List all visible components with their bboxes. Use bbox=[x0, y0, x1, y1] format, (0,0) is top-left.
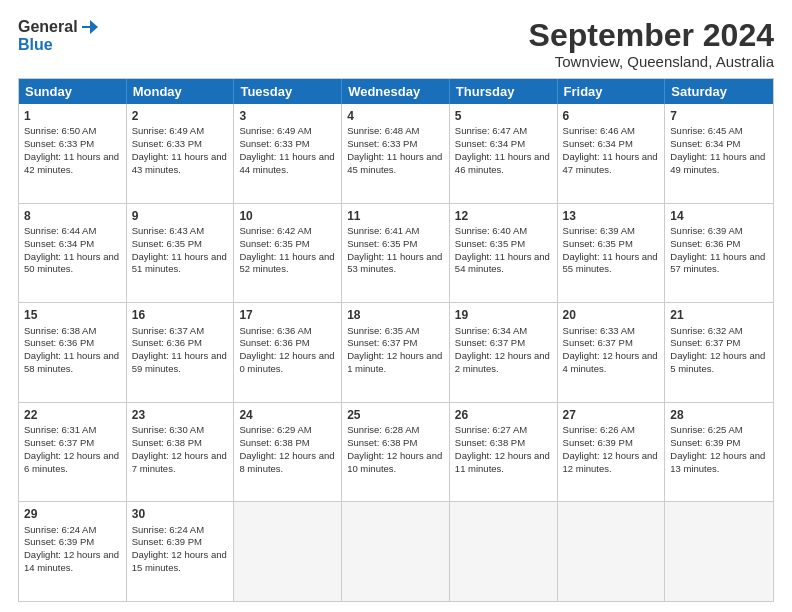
header-sunday: Sunday bbox=[19, 79, 127, 104]
day-number: 21 bbox=[670, 307, 768, 323]
sunrise-text: Sunrise: 6:50 AM bbox=[24, 125, 96, 136]
sunset-text: Sunset: 6:34 PM bbox=[563, 138, 633, 149]
daylight-text: Daylight: 12 hours and 4 minutes. bbox=[563, 350, 658, 374]
sunset-text: Sunset: 6:39 PM bbox=[563, 437, 633, 448]
sunset-text: Sunset: 6:39 PM bbox=[132, 536, 202, 547]
day-number: 11 bbox=[347, 208, 444, 224]
sunset-text: Sunset: 6:36 PM bbox=[239, 337, 309, 348]
day-number: 2 bbox=[132, 108, 229, 124]
sunset-text: Sunset: 6:34 PM bbox=[24, 238, 94, 249]
sunrise-text: Sunrise: 6:36 AM bbox=[239, 325, 311, 336]
week-row-1: 1 Sunrise: 6:50 AM Sunset: 6:33 PM Dayli… bbox=[19, 104, 773, 204]
day-number: 20 bbox=[563, 307, 660, 323]
cal-cell bbox=[342, 502, 450, 601]
sunset-text: Sunset: 6:35 PM bbox=[239, 238, 309, 249]
daylight-text: Daylight: 11 hours and 59 minutes. bbox=[132, 350, 227, 374]
sunset-text: Sunset: 6:33 PM bbox=[132, 138, 202, 149]
day-number: 28 bbox=[670, 407, 768, 423]
sunrise-text: Sunrise: 6:37 AM bbox=[132, 325, 204, 336]
sunrise-text: Sunrise: 6:40 AM bbox=[455, 225, 527, 236]
sunset-text: Sunset: 6:38 PM bbox=[132, 437, 202, 448]
sunrise-text: Sunrise: 6:26 AM bbox=[563, 424, 635, 435]
svg-marker-0 bbox=[82, 20, 98, 34]
week-row-4: 22 Sunrise: 6:31 AM Sunset: 6:37 PM Dayl… bbox=[19, 403, 773, 503]
sunrise-text: Sunrise: 6:49 AM bbox=[239, 125, 311, 136]
cal-cell: 3 Sunrise: 6:49 AM Sunset: 6:33 PM Dayli… bbox=[234, 104, 342, 203]
cal-cell: 6 Sunrise: 6:46 AM Sunset: 6:34 PM Dayli… bbox=[558, 104, 666, 203]
cal-cell: 5 Sunrise: 6:47 AM Sunset: 6:34 PM Dayli… bbox=[450, 104, 558, 203]
cal-cell bbox=[665, 502, 773, 601]
daylight-text: Daylight: 12 hours and 7 minutes. bbox=[132, 450, 227, 474]
cal-cell: 1 Sunrise: 6:50 AM Sunset: 6:33 PM Dayli… bbox=[19, 104, 127, 203]
day-number: 3 bbox=[239, 108, 336, 124]
daylight-text: Daylight: 12 hours and 10 minutes. bbox=[347, 450, 442, 474]
sunset-text: Sunset: 6:35 PM bbox=[563, 238, 633, 249]
sunset-text: Sunset: 6:36 PM bbox=[24, 337, 94, 348]
sunrise-text: Sunrise: 6:44 AM bbox=[24, 225, 96, 236]
cal-cell: 17 Sunrise: 6:36 AM Sunset: 6:36 PM Dayl… bbox=[234, 303, 342, 402]
sunset-text: Sunset: 6:39 PM bbox=[24, 536, 94, 547]
day-number: 15 bbox=[24, 307, 121, 323]
daylight-text: Daylight: 11 hours and 49 minutes. bbox=[670, 151, 765, 175]
daylight-text: Daylight: 12 hours and 13 minutes. bbox=[670, 450, 765, 474]
sunrise-text: Sunrise: 6:25 AM bbox=[670, 424, 742, 435]
header-thursday: Thursday bbox=[450, 79, 558, 104]
daylight-text: Daylight: 11 hours and 45 minutes. bbox=[347, 151, 442, 175]
daylight-text: Daylight: 12 hours and 0 minutes. bbox=[239, 350, 334, 374]
sunset-text: Sunset: 6:39 PM bbox=[670, 437, 740, 448]
day-number: 18 bbox=[347, 307, 444, 323]
sunrise-text: Sunrise: 6:32 AM bbox=[670, 325, 742, 336]
sunset-text: Sunset: 6:35 PM bbox=[455, 238, 525, 249]
daylight-text: Daylight: 11 hours and 44 minutes. bbox=[239, 151, 334, 175]
header-monday: Monday bbox=[127, 79, 235, 104]
cal-cell bbox=[558, 502, 666, 601]
daylight-text: Daylight: 12 hours and 8 minutes. bbox=[239, 450, 334, 474]
sunrise-text: Sunrise: 6:45 AM bbox=[670, 125, 742, 136]
cal-cell: 27 Sunrise: 6:26 AM Sunset: 6:39 PM Dayl… bbox=[558, 403, 666, 502]
sunrise-text: Sunrise: 6:48 AM bbox=[347, 125, 419, 136]
day-number: 7 bbox=[670, 108, 768, 124]
sunset-text: Sunset: 6:37 PM bbox=[347, 337, 417, 348]
sunrise-text: Sunrise: 6:24 AM bbox=[24, 524, 96, 535]
daylight-text: Daylight: 11 hours and 51 minutes. bbox=[132, 251, 227, 275]
day-number: 14 bbox=[670, 208, 768, 224]
sunset-text: Sunset: 6:34 PM bbox=[670, 138, 740, 149]
daylight-text: Daylight: 12 hours and 5 minutes. bbox=[670, 350, 765, 374]
daylight-text: Daylight: 12 hours and 11 minutes. bbox=[455, 450, 550, 474]
sunset-text: Sunset: 6:37 PM bbox=[670, 337, 740, 348]
sunset-text: Sunset: 6:36 PM bbox=[132, 337, 202, 348]
header-saturday: Saturday bbox=[665, 79, 773, 104]
title-block: September 2024 Townview, Queensland, Aus… bbox=[529, 18, 774, 70]
cal-cell: 8 Sunrise: 6:44 AM Sunset: 6:34 PM Dayli… bbox=[19, 204, 127, 303]
sunrise-text: Sunrise: 6:27 AM bbox=[455, 424, 527, 435]
cal-cell: 4 Sunrise: 6:48 AM Sunset: 6:33 PM Dayli… bbox=[342, 104, 450, 203]
header-tuesday: Tuesday bbox=[234, 79, 342, 104]
page: General Blue September 2024 Townview, Qu… bbox=[0, 0, 792, 612]
sunset-text: Sunset: 6:37 PM bbox=[455, 337, 525, 348]
header: General Blue September 2024 Townview, Qu… bbox=[18, 18, 774, 70]
sunrise-text: Sunrise: 6:47 AM bbox=[455, 125, 527, 136]
week-row-5: 29 Sunrise: 6:24 AM Sunset: 6:39 PM Dayl… bbox=[19, 502, 773, 601]
cal-cell: 2 Sunrise: 6:49 AM Sunset: 6:33 PM Dayli… bbox=[127, 104, 235, 203]
day-number: 17 bbox=[239, 307, 336, 323]
sunset-text: Sunset: 6:33 PM bbox=[239, 138, 309, 149]
sunset-text: Sunset: 6:37 PM bbox=[563, 337, 633, 348]
day-number: 23 bbox=[132, 407, 229, 423]
cal-cell: 16 Sunrise: 6:37 AM Sunset: 6:36 PM Dayl… bbox=[127, 303, 235, 402]
day-number: 29 bbox=[24, 506, 121, 522]
sunset-text: Sunset: 6:36 PM bbox=[670, 238, 740, 249]
day-number: 4 bbox=[347, 108, 444, 124]
calendar-body: 1 Sunrise: 6:50 AM Sunset: 6:33 PM Dayli… bbox=[19, 104, 773, 601]
logo-bird-icon bbox=[80, 18, 98, 36]
day-number: 16 bbox=[132, 307, 229, 323]
sunrise-text: Sunrise: 6:49 AM bbox=[132, 125, 204, 136]
cal-cell: 7 Sunrise: 6:45 AM Sunset: 6:34 PM Dayli… bbox=[665, 104, 773, 203]
cal-cell: 18 Sunrise: 6:35 AM Sunset: 6:37 PM Dayl… bbox=[342, 303, 450, 402]
daylight-text: Daylight: 11 hours and 50 minutes. bbox=[24, 251, 119, 275]
cal-cell: 29 Sunrise: 6:24 AM Sunset: 6:39 PM Dayl… bbox=[19, 502, 127, 601]
logo: General Blue bbox=[18, 18, 98, 54]
cal-cell: 19 Sunrise: 6:34 AM Sunset: 6:37 PM Dayl… bbox=[450, 303, 558, 402]
day-number: 13 bbox=[563, 208, 660, 224]
sunrise-text: Sunrise: 6:38 AM bbox=[24, 325, 96, 336]
header-friday: Friday bbox=[558, 79, 666, 104]
